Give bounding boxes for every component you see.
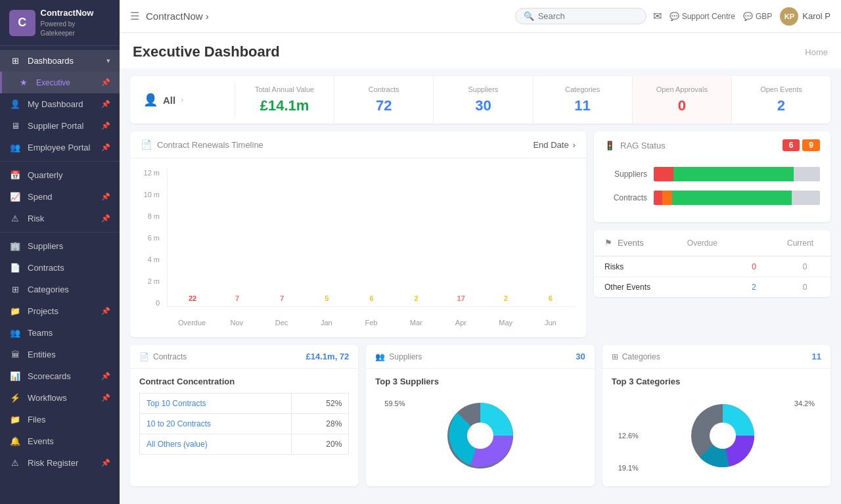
sidebar-item-label: Risk Register [28, 458, 78, 468]
suppliers-bottom-body: Top 3 Suppliers 59.5% [366, 369, 594, 486]
chart-container: 12 m 10 m 8 m 6 m 4 m 2 m 0 22775621726 … [141, 169, 576, 327]
risk-register-pin-icon: 📌 [101, 459, 110, 467]
other-events-label: Other Events [594, 277, 729, 298]
bar-value-label: 6 [369, 294, 373, 302]
x-axis-label: Apr [441, 315, 480, 327]
svg-point-1 [467, 423, 493, 449]
concentration-table: Top 10 Contracts52%10 to 20 Contracts28%… [139, 393, 349, 455]
rag-orange-seg [662, 191, 672, 205]
sidebar-item-label: Supplier Portal [28, 121, 83, 131]
risks-current: 0 [779, 257, 830, 277]
sidebar: C ContractNow Powered by Gatekeeper ⊞ Da… [0, 0, 120, 504]
rag-body: Suppliers Contracts [594, 159, 830, 222]
sidebar-item-label: Contracts [28, 263, 64, 273]
summary-bar: 👤 All › Total Annual Value £14.1m Contra… [130, 76, 830, 124]
bar-value-label: 6 [549, 294, 553, 302]
events-table: Risks 0 0 Other Events 2 0 [594, 256, 830, 297]
currency-icon: 💬 [743, 12, 753, 21]
suppliers-bottom-header: 👥 Suppliers 30 [366, 345, 594, 369]
rag-red-seg [654, 191, 662, 205]
sidebar-item-label: Executive [36, 78, 70, 87]
concentration-title: Contract Concentration [139, 377, 349, 386]
risk-label: Risks [594, 257, 729, 277]
events-current-col: Current [787, 239, 813, 248]
concentration-label[interactable]: Top 10 Contracts [140, 394, 292, 414]
support-icon: 💬 [670, 12, 679, 21]
x-axis-label: Mar [396, 315, 436, 327]
person-icon: 👤 [143, 93, 158, 107]
table-row: Risks 0 0 [594, 257, 830, 277]
logo-icon: C [9, 10, 35, 36]
sidebar-item-label: Quarterly [28, 170, 62, 180]
rag-red-seg [654, 167, 673, 181]
sidebar-item-quarterly[interactable]: 📅 Quarterly [0, 164, 120, 186]
sidebar-item-events[interactable]: 🔔 Events [0, 430, 120, 452]
user-menu[interactable]: KP Karol P [780, 7, 830, 26]
sidebar-item-dashboards[interactable]: ⊞ Dashboards ▾ [0, 50, 120, 72]
sidebar-item-label: Categories [28, 285, 69, 294]
sidebar-item-spend[interactable]: 📈 Spend 📌 [0, 186, 120, 208]
search-box[interactable]: 🔍 [515, 8, 647, 24]
open-events-label: Open Events [739, 85, 824, 93]
sidebar-item-risk-register[interactable]: ⚠ Risk Register 📌 [0, 452, 120, 474]
rag-suppliers-label: Suppliers [604, 170, 647, 179]
topbar-actions: ✉ 💬 Support Centre 💬 GBP KP Karol P [653, 7, 830, 26]
x-axis-label: May [486, 315, 526, 327]
sidebar-item-files[interactable]: 📁 Files [0, 409, 120, 430]
table-row: Other Events 2 0 [594, 277, 830, 298]
sidebar-item-workflows[interactable]: ⚡ Workflows 📌 [0, 387, 120, 409]
total-annual-value: £14.1m [242, 97, 327, 114]
categories-bottom-title: ⊞ Categories [612, 352, 660, 361]
sidebar-item-scorecards[interactable]: 📊 Scorecards 📌 [0, 365, 120, 387]
sidebar-item-label: Projects [28, 306, 58, 316]
all-label: All [163, 95, 175, 106]
mail-icon[interactable]: ✉ [653, 10, 662, 22]
pie-label-59: 59.5% [384, 400, 405, 407]
rag-contracts-label: Contracts [604, 193, 647, 202]
sidebar-item-executive[interactable]: ★ Executive 📌 [0, 72, 120, 93]
chart-filter[interactable]: End Date › [533, 140, 576, 150]
sidebar-item-employee-portal[interactable]: 👥 Employee Portal 📌 [0, 137, 120, 158]
home-link[interactable]: Home [805, 47, 828, 57]
hamburger-icon[interactable]: ☰ [130, 10, 139, 22]
rag-green-seg [672, 191, 792, 205]
sidebar-item-my-dashboard[interactable]: 👤 My Dashboard 📌 [0, 93, 120, 115]
sidebar-item-supplier-portal[interactable]: 🖥 Supplier Portal 📌 [0, 115, 120, 137]
sidebar-item-teams[interactable]: 👥 Teams [0, 322, 120, 344]
sidebar-item-contracts[interactable]: 📄 Contracts [0, 257, 120, 279]
concentration-label[interactable]: All Others (value) [140, 434, 292, 455]
page-title: Executive Dashboard [133, 43, 280, 60]
logo-text: ContractNow Powered by Gatekeeper [41, 8, 111, 37]
currency-label: GBP [756, 12, 772, 21]
contracts-label: Contracts [341, 85, 426, 93]
sidebar-item-entities[interactable]: 🏛 Entities [0, 344, 120, 365]
rag-gray-seg [792, 191, 820, 205]
avatar: KP [780, 7, 798, 26]
dashboards-icon: ⊞ [9, 56, 21, 66]
sidebar-item-projects[interactable]: 📁 Projects 📌 [0, 300, 120, 322]
sidebar-item-risk[interactable]: ⚠ Risk 📌 [0, 208, 120, 229]
chart-panel-header: 📄 Contract Renewals Timeline End Date › [130, 131, 586, 158]
spend-pin-icon: 📌 [101, 193, 110, 201]
search-input[interactable] [538, 11, 638, 21]
total-annual-value-label: Total Annual Value [242, 85, 327, 93]
concentration-label[interactable]: 10 to 20 Contracts [140, 414, 292, 434]
supplier-portal-icon: 🖥 [9, 121, 21, 131]
risk-icon: ⚠ [9, 214, 21, 223]
rag-gray-seg [794, 167, 820, 181]
all-filter[interactable]: 👤 All › [130, 82, 235, 118]
app-powered-by: Powered by Gatekeeper [41, 20, 76, 37]
my-dashboard-icon: 👤 [9, 99, 21, 109]
sidebar-item-categories[interactable]: ⊞ Categories [0, 279, 120, 300]
employee-portal-icon: 👥 [9, 143, 21, 152]
risk-pin-icon: 📌 [101, 214, 110, 223]
currency-selector[interactable]: 💬 GBP [743, 12, 772, 21]
categories-bottom-body: Top 3 Categories 34 [602, 369, 830, 486]
main-content: ☰ ContractNow › 🔍 ✉ 💬 Support Centre 💬 G… [120, 0, 841, 504]
executive-icon: ★ [18, 78, 30, 87]
support-centre-button[interactable]: 💬 Support Centre [670, 12, 735, 21]
bar-value-label: 5 [325, 294, 329, 302]
events-panel: ⚑ Events Overdue Current Risks 0 0 [594, 230, 830, 297]
events-header: ⚑ Events Overdue Current [594, 230, 830, 256]
sidebar-item-suppliers[interactable]: 🏢 Suppliers [0, 235, 120, 257]
